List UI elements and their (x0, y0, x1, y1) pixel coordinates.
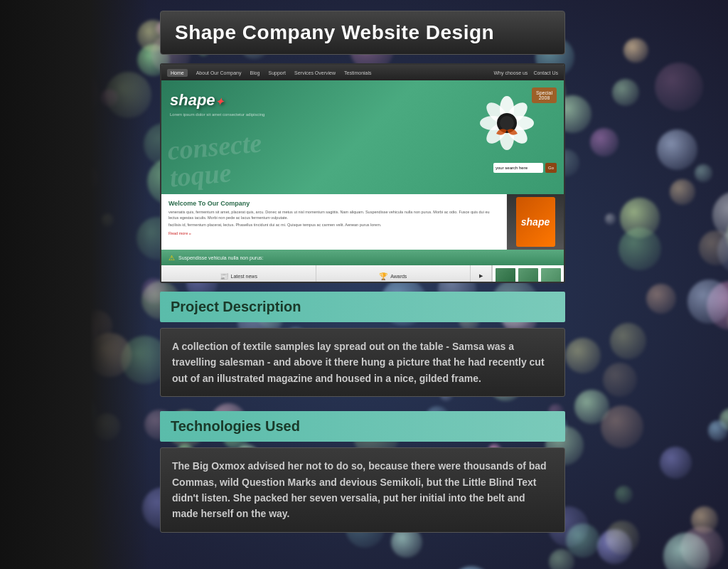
preview-inner: Home About Our Company Blog Support Serv… (161, 65, 564, 282)
bokeh-dot (623, 38, 648, 63)
sim-mid: Welcome To Our Company venenatis quis, f… (161, 194, 564, 250)
bokeh-dot (450, 566, 493, 569)
bokeh-dot (597, 529, 632, 564)
sim-bottom-text: Suspendisse vehicula nulla non purus: (178, 255, 263, 260)
bokeh-dot (680, 526, 724, 569)
page-title: Shape Company Website Design (175, 21, 550, 44)
sim-nav-home[interactable]: Home (167, 69, 188, 77)
sim-footer-tabs: 📰 Latest news 🏆 Awards ▶ (161, 265, 564, 282)
sim-special-badge: Special2008 (532, 87, 557, 103)
bokeh-dot (663, 533, 710, 569)
bokeh-dot (612, 79, 639, 106)
sim-thumb-3 (541, 268, 561, 282)
sim-product: shape (516, 197, 555, 247)
bokeh-dot (687, 280, 728, 323)
sim-thumb-1 (496, 268, 515, 282)
title-bar: Shape Company Website Design (160, 11, 565, 55)
sim-bottom-bar: ⚠ Suspendisse vehicula nulla non purus: (161, 250, 564, 265)
sim-mid-right: shape (507, 194, 564, 250)
sim-nav-support[interactable]: Support (269, 70, 287, 75)
sim-nav-right: Why choose us Contact Us (494, 70, 558, 75)
sim-body-text: venenatis quis, fermentum sit amet, plac… (168, 210, 499, 220)
left-sidebar (0, 0, 149, 569)
bokeh-dot (605, 213, 616, 224)
sim-nav-blog[interactable]: Blog (250, 70, 260, 75)
bokeh-dot (620, 198, 660, 238)
project-description-title: Project Description (171, 299, 555, 315)
sim-thumb-2 (518, 268, 538, 282)
sim-nav-about[interactable]: About Our Company (196, 70, 242, 75)
bokeh-dot (695, 164, 712, 182)
bokeh-dot (603, 363, 637, 397)
sim-nav-why[interactable]: Why choose us (494, 70, 528, 75)
sim-read-more[interactable]: Read more » (168, 231, 499, 235)
sim-tab-awards-label: Awards (390, 274, 407, 279)
technologies-used-header: Technologies Used (160, 411, 565, 442)
bokeh-dot (610, 323, 646, 359)
technologies-used-text: The Big Oxmox advised her not to do so, … (172, 458, 553, 522)
bokeh-dot (660, 447, 692, 479)
bokeh-dot (712, 191, 728, 238)
sim-body-text-2: facilisis id, fermentum placerat, lectus… (168, 223, 499, 228)
bokeh-dot (717, 228, 728, 274)
bokeh-dot (699, 230, 728, 265)
sim-tab-news[interactable]: 📰 Latest news (161, 265, 316, 282)
bokeh-dot (655, 63, 703, 111)
bokeh-dot (646, 284, 676, 314)
bokeh-dot (601, 405, 643, 448)
bokeh-dot (707, 281, 728, 330)
website-preview: Home About Our Company Blog Support Serv… (160, 63, 565, 283)
sim-nav-contact[interactable]: Contact Us (533, 70, 558, 75)
project-description-text: A collection of textile samples lay spre… (172, 339, 553, 386)
sim-thumbnails (492, 265, 564, 282)
awards-icon: 🏆 (379, 272, 387, 280)
sim-nav: Home About Our Company Blog Support Serv… (161, 65, 564, 80)
bokeh-dot (606, 521, 640, 555)
warning-icon: ⚠ (168, 254, 175, 262)
bokeh-dot (619, 228, 661, 270)
project-description-content: A collection of textile samples lay spre… (160, 328, 565, 397)
more-icon: ▶ (479, 273, 483, 279)
bokeh-dot (615, 486, 633, 504)
sim-company-heading: Welcome To Our Company (168, 200, 499, 207)
bokeh-dot (708, 420, 728, 440)
bokeh-dot (719, 408, 728, 431)
project-description-header: Project Description (160, 292, 565, 322)
sim-search-button[interactable]: Go (545, 163, 557, 173)
sim-nav-testimonials[interactable]: Testimonials (344, 70, 372, 75)
sim-tab-more[interactable]: ▶ (471, 265, 492, 282)
technologies-used-title: Technologies Used (171, 418, 555, 435)
sim-search[interactable]: Go (493, 163, 557, 173)
sim-search-input[interactable] (493, 163, 543, 173)
sim-nav-services[interactable]: Services Overview (294, 70, 336, 75)
main-content: Shape Company Website Design Home About … (149, 0, 576, 558)
sim-tab-awards[interactable]: 🏆 Awards (316, 265, 471, 282)
sim-flower (478, 95, 535, 151)
bokeh-dot (670, 179, 695, 205)
technologies-used-content: The Big Oxmox advised her not to do so, … (160, 447, 565, 533)
bokeh-dot (590, 128, 619, 156)
sim-hero: shape✦ Lorem ipsum dolor sit amet consec… (161, 80, 564, 194)
sim-mid-left: Welcome To Our Company venenatis quis, f… (161, 194, 507, 250)
sim-tab-news-label: Latest news (231, 274, 257, 279)
bokeh-dot (574, 390, 609, 425)
news-icon: 📰 (220, 272, 228, 280)
bokeh-dot (691, 506, 718, 533)
bokeh-dot (657, 129, 698, 171)
svg-point-9 (500, 116, 514, 130)
sim-big-text: consectetoque (166, 129, 265, 191)
